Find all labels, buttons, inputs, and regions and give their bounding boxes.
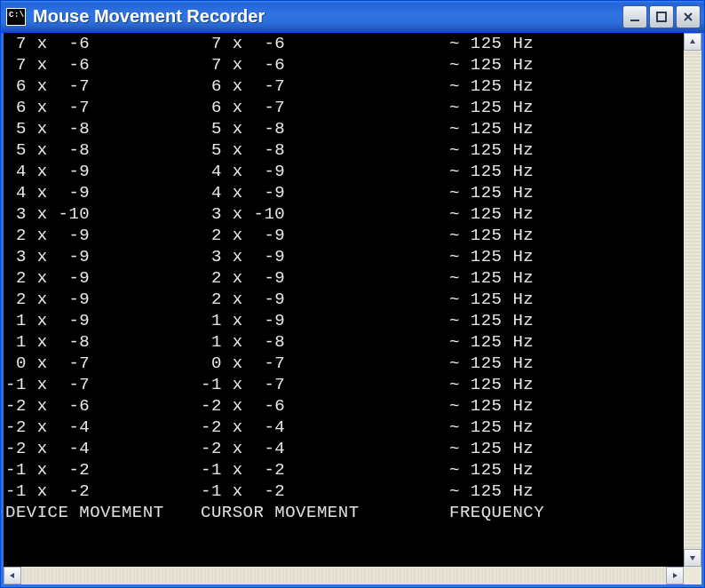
cursor-movement-cell: 1 x -9 — [201, 310, 449, 331]
device-movement-cell: 7 x -6 — [5, 33, 201, 54]
frequency-cell: ~ 125 Hz — [449, 161, 684, 182]
console-output: 7 x -6 7 x -6~ 125 Hz 7 x -6 7 x -6~ 125… — [4, 33, 684, 567]
svg-marker-4 — [690, 39, 695, 44]
cursor-movement-cell: -2 x -4 — [201, 417, 449, 438]
scroll-up-button[interactable] — [684, 33, 701, 51]
cursor-movement-cell: -1 x -2 — [201, 459, 449, 481]
svg-marker-6 — [10, 573, 14, 578]
console-row: 4 x -9 4 x -9~ 125 Hz — [5, 161, 684, 182]
device-movement-cell: -1 x -2 — [5, 459, 201, 481]
frequency-cell: ~ 125 Hz — [449, 118, 684, 139]
frequency-cell: ~ 125 Hz — [449, 310, 684, 331]
minimize-button[interactable] — [622, 5, 647, 28]
device-movement-cell: 5 x -8 — [5, 139, 201, 161]
console-row: -1 x -7-1 x -7~ 125 Hz — [5, 374, 684, 395]
frequency-cell: ~ 125 Hz — [449, 289, 684, 310]
svg-marker-7 — [673, 573, 677, 578]
chevron-up-icon — [689, 38, 696, 45]
frequency-cell: ~ 125 Hz — [449, 54, 684, 75]
window-controls — [622, 5, 701, 28]
minimize-icon — [629, 11, 641, 23]
frequency-cell: ~ 125 Hz — [449, 33, 684, 54]
maximize-button[interactable] — [649, 5, 674, 28]
device-movement-cell: 6 x -7 — [5, 97, 201, 118]
cursor-movement-cell: 5 x -8 — [201, 118, 449, 139]
device-movement-cell: 4 x -9 — [5, 161, 201, 182]
cursor-movement-header: CURSOR MOVEMENT — [201, 502, 449, 523]
cursor-movement-cell: 2 x -9 — [201, 225, 449, 246]
scrollbar-corner — [684, 567, 701, 584]
horizontal-scrollbar-track[interactable] — [21, 567, 666, 584]
console-row: -1 x -2-1 x -2~ 125 Hz — [5, 481, 684, 502]
device-movement-cell: 2 x -9 — [5, 225, 201, 246]
console-row: 7 x -6 7 x -6~ 125 Hz — [5, 54, 684, 75]
console-row: 1 x -8 1 x -8~ 125 Hz — [5, 331, 684, 353]
app-icon-glyph: C:\ — [9, 12, 25, 20]
console-row: 4 x -9 4 x -9~ 125 Hz — [5, 182, 684, 203]
console-row: -2 x -4-2 x -4~ 125 Hz — [5, 417, 684, 438]
frequency-cell: ~ 125 Hz — [449, 481, 684, 502]
app-icon[interactable]: C:\ — [6, 8, 26, 26]
console-footer-row: DEVICE MOVEMENTCURSOR MOVEMENTFREQUENCY — [5, 502, 684, 523]
device-movement-cell: 2 x -9 — [5, 289, 201, 310]
frequency-cell: ~ 125 Hz — [449, 374, 684, 395]
frequency-cell: ~ 125 Hz — [449, 75, 684, 97]
cursor-movement-cell: -1 x -7 — [201, 374, 449, 395]
console-row: 6 x -7 6 x -7~ 125 Hz — [5, 97, 684, 118]
scroll-left-button[interactable] — [4, 567, 21, 584]
scroll-right-button[interactable] — [666, 567, 684, 584]
cursor-movement-cell: 2 x -9 — [201, 289, 449, 310]
horizontal-scrollbar[interactable] — [4, 567, 684, 584]
title-bar[interactable]: C:\ Mouse Movement Recorder — [1, 1, 704, 33]
frequency-cell: ~ 125 Hz — [449, 225, 684, 246]
device-movement-cell: 6 x -7 — [5, 75, 201, 97]
app-window: C:\ Mouse Movement Recorder — [0, 0, 705, 588]
console-row: 2 x -9 2 x -9~ 125 Hz — [5, 289, 684, 310]
window-title: Mouse Movement Recorder — [33, 6, 622, 27]
cursor-movement-cell: -1 x -2 — [201, 481, 449, 502]
device-movement-cell: 1 x -9 — [5, 310, 201, 331]
scroll-down-button[interactable] — [684, 549, 701, 567]
svg-marker-5 — [690, 556, 695, 560]
cursor-movement-cell: 2 x -9 — [201, 267, 449, 289]
console-row: 7 x -6 7 x -6~ 125 Hz — [5, 33, 684, 54]
frequency-cell: ~ 125 Hz — [449, 139, 684, 161]
svg-rect-1 — [657, 12, 666, 21]
frequency-cell: ~ 125 Hz — [449, 331, 684, 353]
frequency-cell: ~ 125 Hz — [449, 267, 684, 289]
device-movement-cell: -2 x -6 — [5, 395, 201, 417]
console-row: 2 x -9 2 x -9~ 125 Hz — [5, 225, 684, 246]
frequency-cell: ~ 125 Hz — [449, 246, 684, 267]
frequency-cell: ~ 125 Hz — [449, 395, 684, 417]
chevron-down-icon — [689, 554, 696, 561]
device-movement-cell: 1 x -8 — [5, 331, 201, 353]
client-area: 7 x -6 7 x -6~ 125 Hz 7 x -6 7 x -6~ 125… — [1, 33, 704, 587]
frequency-cell: ~ 125 Hz — [449, 203, 684, 225]
frequency-cell: ~ 125 Hz — [449, 459, 684, 481]
console-row: 5 x -8 5 x -8~ 125 Hz — [5, 139, 684, 161]
cursor-movement-cell: 0 x -7 — [201, 353, 449, 374]
cursor-movement-cell: -2 x -4 — [201, 438, 449, 459]
console-wrap: 7 x -6 7 x -6~ 125 Hz 7 x -6 7 x -6~ 125… — [4, 33, 701, 567]
cursor-movement-cell: -2 x -6 — [201, 395, 449, 417]
chevron-right-icon — [671, 572, 678, 579]
console-row: -2 x -6-2 x -6~ 125 Hz — [5, 395, 684, 417]
cursor-movement-cell: 6 x -7 — [201, 75, 449, 97]
device-movement-cell: 3 x -10 — [5, 203, 201, 225]
cursor-movement-cell: 3 x -10 — [201, 203, 449, 225]
console-row: 1 x -9 1 x -9~ 125 Hz — [5, 310, 684, 331]
device-movement-cell: 4 x -9 — [5, 182, 201, 203]
vertical-scrollbar[interactable] — [684, 33, 701, 567]
device-movement-cell: -2 x -4 — [5, 438, 201, 459]
device-movement-cell: 0 x -7 — [5, 353, 201, 374]
cursor-movement-cell: 1 x -8 — [201, 331, 449, 353]
device-movement-cell: 5 x -8 — [5, 118, 201, 139]
cursor-movement-cell: 7 x -6 — [201, 54, 449, 75]
device-movement-cell: 2 x -9 — [5, 267, 201, 289]
svg-rect-0 — [630, 20, 639, 21]
frequency-cell: ~ 125 Hz — [449, 182, 684, 203]
cursor-movement-cell: 6 x -7 — [201, 97, 449, 118]
vertical-scrollbar-track[interactable] — [684, 51, 701, 549]
close-button[interactable] — [676, 5, 701, 28]
chevron-left-icon — [9, 572, 16, 579]
